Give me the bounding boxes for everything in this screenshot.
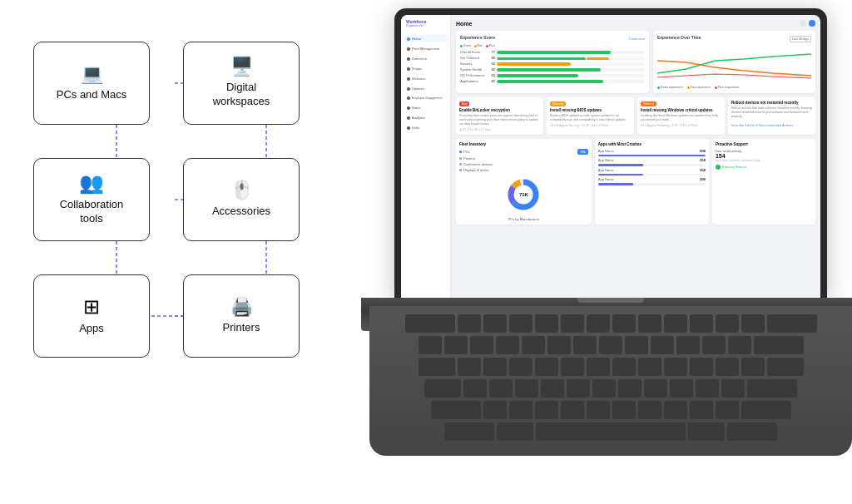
app-row-2: App Name 250 [598, 158, 706, 162]
experience-over-time-card: Experience Over Time Last 30 days [653, 31, 815, 93]
key-quote [721, 379, 745, 398]
key-s [489, 379, 513, 398]
nav-fleet[interactable]: Fleet Management [404, 45, 447, 52]
key-h [592, 379, 616, 398]
fleet-printers: Printers [459, 156, 588, 161]
key-f12 [741, 314, 765, 333]
key-f6 [587, 314, 610, 333]
key-row-1 [386, 314, 835, 333]
key-backspace [754, 336, 804, 354]
nav-dot [407, 57, 410, 61]
printers-icon: 🖨️ [230, 298, 253, 316]
nav-dot [407, 126, 410, 130]
node-collab-tools: 👥 Collaborationtools [33, 158, 150, 241]
alert-meta-bios: 63.4 & Appeal Security | 12.3K | 48% of … [550, 124, 631, 127]
nav-links[interactable]: Links [404, 124, 447, 131]
diagram: 💻 PCs and Macs 🖥️ Digitalworkspaces 👥 Co… [17, 25, 366, 374]
key-i [638, 358, 661, 376]
experience-score-card: Experience Score Customize Great Fair Po… [456, 31, 649, 93]
page-title: Home [456, 21, 472, 27]
nav-dot [407, 77, 410, 81]
fleet-displays: Displays & docks [459, 168, 588, 172]
nav-employee[interactable]: Employee Engagement [404, 95, 447, 101]
node-accessories: 🖱️ Accessories [183, 158, 300, 241]
key-a [463, 379, 487, 398]
alert-badge-warning1: Warning [550, 101, 566, 106]
nav-websites[interactable]: Websites [404, 75, 447, 82]
key-comma [664, 401, 687, 419]
nav-dot [407, 67, 410, 71]
header-icons [800, 20, 815, 27]
key-row-2 [386, 336, 835, 354]
key-v [561, 401, 584, 419]
line-chart [657, 44, 811, 86]
app-logo: Workforce Experience [404, 20, 447, 27]
score-onboard: Get Onboard 80 [460, 56, 645, 60]
bottom-row: Fleet Inventory PCs 71k Printers [456, 139, 815, 225]
alert-desc-reboot: Reboot devices that have not been restar… [731, 106, 812, 119]
nav-updates[interactable]: Updates [404, 85, 447, 92]
alert-badge-warning2: Warning [641, 101, 656, 106]
alert-title-windows: Install missing Windows critical updates [641, 108, 721, 112]
nav-dot [407, 106, 410, 110]
laptop-keyboard [369, 306, 852, 456]
access-icon: 🖱️ [230, 181, 253, 200]
key-o [664, 358, 687, 376]
key-lbrace [716, 358, 739, 376]
nav-scripts[interactable]: Scripts [404, 65, 447, 72]
reboot-view-link[interactable]: View the full list of Recommended Action… [731, 123, 793, 127]
digital-label: Digitalworkspaces [213, 81, 270, 109]
key-3 [496, 336, 519, 354]
alert-desc-bitlocker: Protecting data creates protection again… [459, 114, 540, 126]
alerts-row: Bug Enable BitLocker encryption Protecti… [456, 97, 815, 135]
alert-desc-bios: Replace BIOS updates provide system upda… [550, 114, 631, 122]
fleet-dot-pcs [459, 151, 462, 153]
key-del [767, 314, 817, 333]
support-icon-row: Reporting Statuses [716, 165, 812, 170]
alert-desc-windows: Installing the latest Windows updates ha… [641, 114, 721, 122]
key-tilde [419, 336, 442, 354]
nav-home[interactable]: Home [404, 35, 447, 42]
support-title: Proactive Support [716, 142, 812, 146]
fleet-dot-displays [459, 169, 462, 171]
key-f5 [561, 314, 584, 333]
time-card-title: Experience Over Time [657, 35, 701, 40]
chart-legend: Great experience Fair experience Poor ex… [657, 86, 811, 89]
time-filter[interactable]: Last 30 days [790, 36, 811, 42]
apps-icon: ⊞ [83, 297, 100, 317]
apps-crashes-card: Apps with Most Crashes App Name 600 App … [595, 139, 709, 225]
key-4 [522, 336, 545, 354]
key-f9 [664, 314, 687, 333]
nav-notes[interactable]: Notes [404, 104, 447, 111]
support-card: Proactive Support Last week activity 154… [712, 139, 815, 225]
node-printers: 🖨️ Printers [183, 274, 300, 358]
nav-directions[interactable]: Directions [404, 55, 447, 62]
key-f1 [458, 314, 481, 333]
key-9 [651, 336, 674, 354]
alert-title-bitlocker: Enable BitLocker encryption [459, 108, 540, 112]
score-apps: Applications 82 [460, 79, 645, 83]
app-row-3: App Name 250 [598, 168, 706, 172]
key-7 [599, 336, 622, 354]
score-legend: Great Fair Poor [460, 44, 645, 47]
donut-label-text: PCs by Manufacturer [459, 217, 588, 221]
sidebar: Workforce Experience Home Fleet Manageme… [401, 15, 451, 299]
score-health: System Health 82 [460, 67, 645, 72]
alert-meta-bitlocker: ▲ 53.1% | 165 of 3 days [459, 128, 540, 131]
donut-chart-area: 71K [459, 174, 588, 215]
key-rshift [741, 401, 791, 419]
key-row-4 [386, 379, 835, 398]
app-row-1: App Name 600 [598, 149, 706, 153]
customize-btn[interactable]: Customize [629, 37, 645, 41]
key-space [536, 422, 686, 441]
nav-analytics[interactable]: Analytics [404, 114, 447, 121]
key-j [618, 379, 641, 398]
key-alt [497, 422, 533, 441]
key-f7 [612, 314, 636, 333]
share-icon[interactable] [800, 20, 806, 27]
score-overall: Overall Score 77 [460, 50, 645, 54]
user-avatar[interactable] [809, 20, 815, 27]
apps-label: Apps [79, 322, 104, 336]
key-row-5 [386, 401, 835, 419]
fleet-inventory-card: Fleet Inventory PCs 71k Printers [456, 139, 592, 225]
